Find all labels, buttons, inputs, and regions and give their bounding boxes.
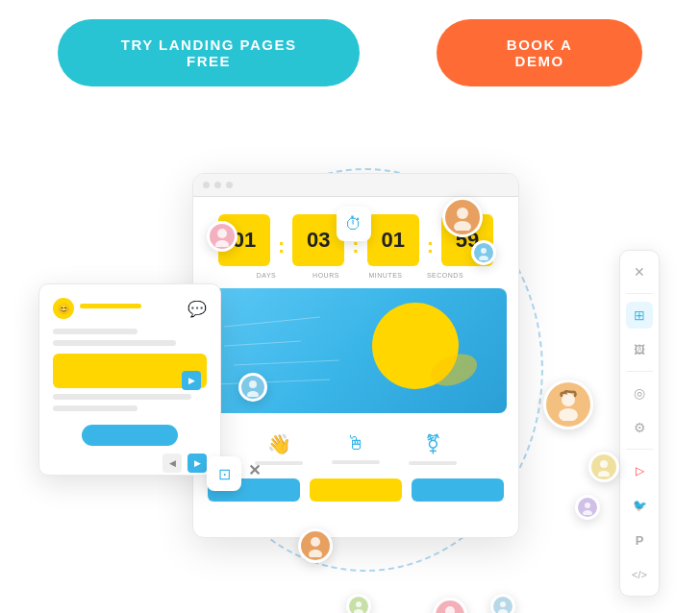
float-avatar-1 (207, 221, 238, 252)
float-avatar-bottom2 (346, 594, 371, 613)
float-avatar-2 (442, 197, 483, 237)
header: TRY LANDING PAGES FREE BOOK A DEMO (0, 0, 700, 106)
try-free-button[interactable]: TRY LANDING PAGES FREE (58, 19, 360, 86)
svg-point-8 (481, 248, 487, 254)
hours-label: HOURS (300, 272, 352, 279)
mockup-btn-yellow (310, 478, 402, 502)
float-avatar-right2 (588, 452, 619, 482)
svg-point-25 (598, 471, 610, 477)
svg-point-5 (215, 240, 229, 247)
tool-p[interactable]: P (626, 527, 653, 553)
tool-code[interactable]: </> (626, 561, 653, 588)
nav-next[interactable]: ▶ (188, 454, 207, 473)
tool-play[interactable]: ▷ (626, 457, 653, 484)
countdown-sep3: : (427, 233, 434, 258)
svg-point-23 (583, 510, 592, 515)
svg-point-15 (309, 550, 322, 557)
timer-symbol: ⏱ (345, 214, 362, 234)
hand-icon: 👋 (267, 432, 291, 455)
float-avatar-bottom1 (298, 528, 333, 563)
mockup-topbar (193, 174, 518, 197)
countdown-labels: DAYS HOURS MINUTES SECONDS (193, 272, 518, 279)
drag-symbol: ⊡ (218, 465, 231, 483)
nav-arrows: ◀ ▶ (53, 454, 207, 473)
svg-point-12 (562, 393, 575, 406)
svg-point-7 (454, 221, 471, 231)
left-mockup: 😊 💬 ▶ ◀ ▶ (38, 283, 221, 476)
book-demo-button[interactable]: BOOK A DEMO (437, 19, 642, 86)
seconds-label: SECONDS (419, 272, 471, 279)
svg-point-20 (500, 601, 506, 607)
svg-point-4 (217, 229, 227, 238)
icon-line-1 (255, 461, 303, 465)
svg-point-24 (600, 460, 608, 468)
left-avatar: 😊 (53, 298, 74, 319)
svg-point-22 (585, 503, 590, 508)
float-avatar-3 (471, 240, 496, 265)
days-label: DAYS (240, 272, 292, 279)
countdown-minutes: 01 (367, 214, 419, 266)
svg-point-17 (354, 609, 363, 613)
nav-prev[interactable]: ◀ (162, 454, 182, 473)
float-avatar-bottom3 (433, 598, 467, 613)
tool-divider-3 (626, 449, 653, 450)
tool-close[interactable]: ✕ (626, 258, 653, 285)
yellow-block-inner: ▶ (182, 371, 201, 390)
chat-icon: 💬 (188, 300, 207, 318)
icon-cell-hand: 👋 (255, 432, 303, 465)
icon-cell-cursor: 🖱 (332, 432, 380, 465)
svg-point-14 (311, 537, 320, 547)
cta-blue-btn (82, 425, 178, 446)
svg-point-11 (247, 391, 259, 397)
left-line-2 (53, 340, 176, 346)
left-topbar: 😊 💬 (53, 298, 207, 319)
tool-image[interactable]: 🖼 (626, 336, 653, 363)
float-avatar-bottom4 (490, 594, 515, 613)
icon-cell-gender: ⚧ (409, 432, 457, 465)
mockup-buttons (193, 471, 518, 509)
float-avatar-right1 (575, 495, 600, 520)
svg-point-16 (356, 601, 362, 607)
left-title-line (80, 304, 141, 308)
right-sidebar-tools: ✕ ⊞ 🖼 ◎ ⚙ ▷ 🐦 P </> (619, 250, 660, 597)
tool-layout[interactable]: ⊞ (626, 302, 653, 329)
icons-row: 👋 🖱 ⚧ (193, 423, 518, 471)
float-drag-icon: ⊡ (207, 456, 241, 491)
icon-line-3 (409, 461, 457, 465)
float-timer-icon: ⏱ (337, 207, 371, 241)
mockup-dot-3 (226, 182, 233, 188)
svg-line-2 (234, 360, 339, 365)
left-line-1 (53, 329, 138, 334)
minutes-label: MINUTES (360, 272, 412, 279)
mockup-dot-2 (214, 182, 221, 188)
tool-divider-1 (626, 293, 653, 294)
illustration-area: 01 : 03 : 01 : 59 DAYS HOURS MINUTES SEC… (0, 115, 700, 613)
close-x-icon[interactable]: ✕ (248, 461, 261, 479)
svg-point-13 (559, 408, 578, 421)
mockup-btn-blue-2 (412, 478, 504, 502)
svg-line-1 (224, 341, 301, 346)
svg-point-9 (479, 256, 488, 260)
countdown-sep1: : (278, 233, 285, 258)
tool-divider-2 (626, 371, 653, 372)
left-line-4 (53, 405, 138, 411)
left-line-3 (53, 394, 191, 400)
cta-wrapper (53, 419, 207, 446)
tool-circle[interactable]: ◎ (626, 380, 653, 406)
cursor-icon: 🖱 (346, 432, 365, 454)
mockup-dot-1 (203, 182, 210, 188)
tool-settings[interactable]: ⚙ (626, 414, 653, 441)
yellow-content-block: ▶ (53, 354, 207, 388)
svg-point-10 (249, 380, 257, 388)
svg-point-18 (445, 606, 455, 613)
svg-point-6 (457, 208, 468, 219)
tool-twitter[interactable]: 🐦 (626, 492, 653, 519)
svg-point-21 (498, 609, 508, 613)
float-avatar-4 (238, 373, 267, 402)
inner-icon: ▶ (188, 376, 195, 385)
float-avatar-woman (543, 380, 593, 429)
gender-icon: ⚧ (425, 432, 441, 455)
svg-line-0 (224, 317, 320, 327)
svg-line-3 (214, 380, 330, 384)
icon-line-2 (332, 460, 380, 464)
